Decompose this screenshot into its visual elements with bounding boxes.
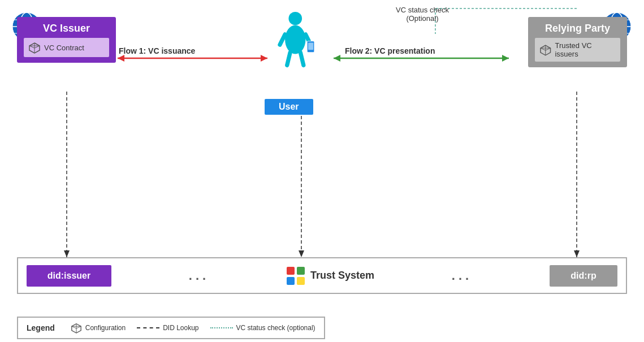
svg-line-33 [546, 48, 551, 50]
vc-issuer-box: VC Issuer VC Contract [17, 17, 116, 63]
svg-rect-45 [297, 277, 305, 285]
svg-rect-41 [308, 42, 313, 50]
legend-config-label: Configuration [85, 324, 126, 332]
trusted-vc-area: Trusted VC issuers [535, 38, 620, 62]
svg-marker-13 [574, 250, 580, 257]
trust-system-center: Trust System [287, 267, 374, 285]
svg-rect-42 [287, 267, 295, 275]
svg-marker-9 [64, 250, 70, 257]
vc-contract-label: VC Contract [44, 44, 84, 52]
dots-right: ... [374, 269, 550, 283]
svg-line-49 [72, 326, 76, 328]
diagram-container: VC Issuer VC Contract Relying Party [0, 0, 644, 342]
relying-party-box: Relying Party Trusted VC issuers [528, 17, 627, 67]
cube-icon-issuer [28, 41, 41, 54]
svg-line-38 [287, 53, 290, 66]
svg-rect-44 [287, 277, 295, 285]
user-label-box: User [265, 99, 313, 115]
vc-status-check-label: VC status check (Optional) [396, 6, 449, 23]
trust-system-bar: did:issuer ... Trust System ... did:rp [17, 257, 627, 294]
legend-item-vc-status: VC status check (optional) [210, 324, 315, 332]
legend-title: Legend [27, 323, 55, 332]
svg-line-32 [541, 48, 546, 50]
svg-line-39 [300, 53, 303, 66]
user-figure [277, 11, 317, 68]
svg-line-23 [34, 46, 40, 48]
svg-point-34 [288, 12, 302, 25]
flow1-label: Flow 1: VC issuance [119, 46, 195, 55]
legend-item-config: Configuration [71, 322, 126, 334]
did-rp-box: did:rp [550, 265, 617, 287]
svg-line-36 [280, 34, 285, 45]
svg-marker-3 [118, 55, 124, 62]
cube-icon-legend [71, 322, 82, 334]
svg-marker-11 [299, 250, 304, 257]
svg-line-50 [76, 326, 81, 328]
dotted-line-legend [210, 327, 233, 328]
legend-item-did: DID Lookup [137, 324, 198, 332]
legend-vc-status-label: VC status check (optional) [236, 324, 315, 332]
trust-system-icon [287, 267, 305, 285]
trusted-vc-label: Trusted VC issuers [555, 41, 616, 58]
vc-issuer-title: VC Issuer [24, 23, 109, 34]
svg-marker-4 [261, 55, 267, 62]
svg-marker-7 [502, 55, 509, 62]
cube-icon-rp [539, 44, 551, 56]
flow2-label: Flow 2: VC presentation [345, 46, 435, 55]
svg-point-35 [285, 25, 305, 54]
dots-left: ... [111, 269, 287, 283]
legend-did-label: DID Lookup [163, 324, 198, 332]
user-person-svg [277, 11, 317, 68]
vc-contract-area: VC Contract [24, 38, 109, 57]
dashed-line-legend [137, 327, 159, 328]
svg-marker-6 [334, 55, 340, 62]
did-issuer-box: did:issuer [27, 265, 111, 287]
relying-party-title: Relying Party [535, 23, 620, 34]
svg-line-22 [29, 46, 34, 48]
trust-system-label: Trust System [310, 270, 374, 282]
svg-rect-43 [297, 267, 305, 275]
legend-box: Legend Configuration DID Lookup VC statu… [17, 317, 325, 339]
